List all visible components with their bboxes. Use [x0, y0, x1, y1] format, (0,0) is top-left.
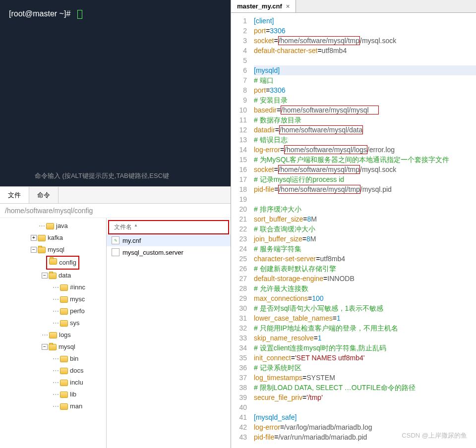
tab-files[interactable]: 文件 [0, 187, 29, 203]
code-line[interactable]: secure_file_priv='/tmp' [254, 392, 476, 402]
directory-tree[interactable]: ⋯java +kafka −mysql config −data ⋯#innc … [0, 218, 107, 448]
code-line[interactable]: # 是否对sql语句大小写敏感，1表示不敏感 [254, 303, 476, 313]
code-line[interactable]: log-error=/var/log/mariadb/mariadb.log [254, 422, 476, 432]
tree-item-kafka[interactable]: +kafka [31, 232, 106, 244]
code-line[interactable]: [client] [254, 16, 476, 26]
sort-arrow-icon: ▲ [134, 223, 138, 231]
tree-item[interactable]: ⋯sys [53, 317, 106, 329]
file-item-mycnf[interactable]: ✎my.cnf [107, 234, 231, 246]
tree-item-config[interactable]: config [42, 256, 106, 270]
code-line[interactable]: max_connections=100 [254, 293, 476, 303]
code-line[interactable]: log_timestamps=SYSTEM [254, 373, 476, 383]
tree-item-java[interactable]: ⋯java [39, 220, 106, 232]
code-line[interactable]: # 设置client连接mysql时的字符集,防止乱码 [254, 343, 476, 353]
code-line[interactable]: # 允许最大连接数 [254, 283, 476, 293]
code-line[interactable] [254, 402, 476, 412]
code-line[interactable] [254, 56, 476, 65]
code-line[interactable]: # 安装目录 [254, 95, 476, 105]
editor-tabs: master_my.cnf × [231, 0, 476, 13]
tree-item[interactable]: ⋯docs [53, 365, 106, 377]
collapse-icon[interactable]: − [31, 247, 37, 253]
tree-item[interactable]: ⋯bin [53, 353, 106, 365]
code-line[interactable]: [mysqld_safe] [254, 412, 476, 422]
code-line[interactable]: # 限制LOAD DATA, SELECT …OUTFILE命令的路径 [254, 383, 476, 392]
tab-commands[interactable]: 命令 [29, 187, 59, 203]
close-icon[interactable]: × [286, 2, 290, 10]
code-line[interactable]: default-storage-engine=INNODB [254, 274, 476, 283]
editor-tab-title: master_my.cnf [237, 2, 282, 10]
file-item-mysql-custom[interactable]: mysql_custom.server [107, 246, 231, 258]
code-line[interactable]: # 服务端字符集 [254, 244, 476, 254]
tree-item[interactable]: ⋯#innc [53, 281, 106, 293]
code-line[interactable]: character-set-server=utf8mb4 [254, 254, 476, 264]
tree-item[interactable]: ⋯lib [53, 389, 106, 400]
tree-item-mysql[interactable]: −mysql [42, 341, 106, 353]
code-line[interactable]: # 记录mysql运行的process id [254, 174, 476, 184]
code-line[interactable]: # 创建新表时默认存储引擎 [254, 264, 476, 274]
terminal[interactable]: [root@master ~]# 命令输入 (按ALT键提示历史,TAB键路径,… [0, 0, 231, 186]
terminal-hint: 命令输入 (按ALT键提示历史,TAB键路径,ESC键 [35, 171, 226, 180]
code-line[interactable]: datadir=/home/software/mysql/data [254, 125, 476, 135]
code-line[interactable]: pid-file=/var/run/mariadb/mariadb.pid [254, 432, 476, 442]
file-icon: ✎ [112, 236, 119, 244]
code-line[interactable]: join_buffer_size=8M [254, 234, 476, 244]
code-line[interactable]: # 排序缓冲大小 [254, 204, 476, 214]
terminal-prompt: [root@master ~]# [9, 9, 70, 18]
tree-item-mysql[interactable]: −mysql [31, 244, 106, 256]
code-line[interactable]: # 为MySQL客户端和服务器之间的本地通讯指定一个套接字文件 [254, 155, 476, 165]
tree-item-logs[interactable]: ⋯logs [42, 329, 106, 341]
path-bar[interactable]: /home/software/mysql/config [0, 204, 231, 218]
code-editor[interactable]: 1234567891011121314151617181920212223242… [231, 13, 476, 448]
collapse-icon[interactable]: − [42, 273, 48, 279]
filelist-header[interactable]: 文件名▲ [108, 220, 229, 234]
code-line[interactable]: skip_name_resolve=1 [254, 333, 476, 343]
code-line[interactable]: lower_case_table_names=1 [254, 313, 476, 323]
code-line[interactable]: # 联合查询缓冲大小 [254, 224, 476, 234]
line-gutter: 1234567891011121314151617181920212223242… [231, 13, 252, 448]
code-line[interactable]: socket=/home/software/mysql/tmp/mysql.so… [254, 165, 476, 174]
file-icon [112, 248, 119, 256]
code-line[interactable]: basedir=/home/software/mysql/mysql [254, 105, 476, 115]
code-line[interactable]: sort_buffer_size=8M [254, 214, 476, 224]
code-line[interactable]: # 数据存放目录 [254, 115, 476, 125]
file-list[interactable]: 文件名▲ ✎my.cnf mysql_custom.server [107, 218, 231, 448]
editor-tab[interactable]: master_my.cnf × [231, 0, 296, 12]
file-browser: 文件 命令 /home/software/mysql/config ⋯java … [0, 186, 231, 448]
code-line[interactable]: # 错误日志 [254, 135, 476, 145]
tree-item[interactable]: ⋯perfo [53, 305, 106, 317]
code-line[interactable]: # 记录系统时区 [254, 363, 476, 373]
code-area[interactable]: [client]port=3306socket=/home/software/m… [252, 13, 476, 448]
tree-item[interactable]: ⋯man [53, 400, 106, 412]
tree-item[interactable]: ⋯inclu [53, 377, 106, 389]
terminal-cursor [77, 10, 82, 19]
code-line[interactable]: init_connect='SET NAMES utf8mb4' [254, 353, 476, 363]
file-browser-tabs: 文件 命令 [0, 187, 231, 204]
code-line[interactable]: socket=/home/software/mysql/tmp/mysql.so… [254, 36, 476, 46]
code-line[interactable]: port=3306 [254, 85, 476, 95]
code-line[interactable]: [mysqld] [254, 65, 476, 75]
code-line[interactable]: log-error=/home/software/mysql/logs/erro… [254, 145, 476, 155]
code-line[interactable]: # 只能用IP地址检查客户端的登录，不用主机名 [254, 323, 476, 333]
code-line[interactable]: # 端口 [254, 75, 476, 85]
code-line[interactable]: pid-file=/home/software/mysql/tmp/mysql.… [254, 184, 476, 194]
code-line[interactable] [254, 194, 476, 204]
tree-item-data[interactable]: −data [42, 270, 106, 281]
code-line[interactable]: default-character-set=utf8mb4 [254, 46, 476, 56]
expand-icon[interactable]: + [31, 235, 37, 241]
code-line[interactable]: port=3306 [254, 26, 476, 36]
collapse-icon[interactable]: − [42, 344, 48, 350]
tree-item[interactable]: ⋯mysc [53, 293, 106, 305]
